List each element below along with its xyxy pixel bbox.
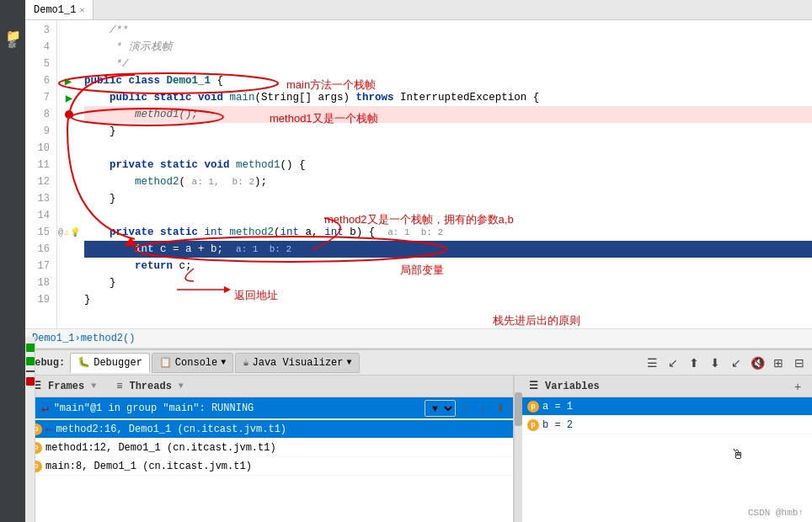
thread-container: ✓ ↵ "main"@1 in group "main": RUNNING ▼ … bbox=[25, 397, 513, 420]
frame-row-method1[interactable]: p method1:12, Demo1_1 (cn.itcast.jvm.t1) bbox=[25, 439, 513, 457]
gutter-line-10 bbox=[57, 140, 81, 157]
frames-scrollbar[interactable] bbox=[514, 376, 522, 522]
gutter-line-6: ▶ bbox=[57, 72, 81, 89]
var-name-b: b = 2 bbox=[542, 419, 573, 431]
debug-tabs-row: Debug: 🐛 Debugger 📋 Console ▼ ☕ Java Vis… bbox=[25, 350, 812, 376]
debug-tab-console[interactable]: 📋 Console ▼ bbox=[152, 353, 233, 373]
gutter-line-9 bbox=[57, 123, 81, 140]
code-content: /** * 演示栈帧 */ public class Demo1_1 { pub… bbox=[81, 20, 812, 328]
debugger-icon: 🐛 bbox=[77, 356, 90, 369]
code-line-18: } bbox=[84, 274, 812, 291]
console-arrow-icon: ▼ bbox=[221, 358, 226, 367]
var-icon-b: p bbox=[527, 419, 539, 431]
code-line-7: public static void main(String[] args) t… bbox=[84, 89, 812, 106]
frame-row-method2[interactable]: p ← method2:16, Demo1_1 (cn.itcast.jvm.t… bbox=[25, 420, 513, 439]
run-icon-6: ▶ bbox=[65, 74, 72, 88]
gutter-line-17 bbox=[57, 258, 81, 274]
frames-arrow-icon: ▼ bbox=[91, 381, 96, 391]
file-tab-demo1[interactable]: Demo1_1 ✕ bbox=[25, 0, 93, 19]
code-line-9: } bbox=[84, 123, 812, 140]
sidebar-icon-file[interactable]: 📁 bbox=[3, 25, 23, 45]
visualizer-tab-label: Java Visualizer bbox=[253, 357, 344, 369]
gutter-line-11 bbox=[57, 157, 81, 173]
debug-btn-up[interactable]: ⬆ bbox=[685, 354, 703, 371]
debug-tab-debugger[interactable]: 🐛 Debugger bbox=[70, 353, 150, 373]
debug-btn-step[interactable]: ↙ bbox=[727, 354, 745, 371]
frame-arrow-method2: ← bbox=[45, 423, 52, 436]
file-tab-close[interactable]: ✕ bbox=[79, 5, 84, 15]
gutter-line-13 bbox=[57, 190, 81, 207]
code-line-4: * 演示栈帧 bbox=[84, 39, 812, 56]
debug-tab-visualizer[interactable]: ☕ Java Visualizer ▼ bbox=[235, 353, 359, 373]
main-container: Demo1_1 ✕ 3 4 5 6 7 8 9 10 11 12 13 14 1… bbox=[25, 0, 812, 522]
file-tab-bar: Demo1_1 ✕ bbox=[25, 0, 812, 20]
gutter-line-7: ▶ bbox=[57, 89, 81, 106]
frames-panel: ☰ Frames ▼ ≡ Threads ▼ ✓ ↵ "main"@1 in g… bbox=[25, 376, 514, 522]
code-line-8: method1(); bbox=[84, 106, 812, 123]
breadcrumb-method: method2() bbox=[81, 333, 136, 344]
thread-filter-btn[interactable]: ⬇ bbox=[493, 401, 508, 416]
debug-body: ☰ Frames ▼ ≡ Threads ▼ ✓ ↵ "main"@1 in g… bbox=[25, 376, 812, 522]
variables-label: Variables bbox=[545, 381, 600, 392]
var-row-a[interactable]: p a = 1 bbox=[522, 397, 812, 416]
debug-btn-down[interactable]: ⬇ bbox=[706, 354, 724, 371]
debug-left-controls bbox=[25, 337, 35, 522]
code-line-3: /** bbox=[84, 22, 812, 39]
thread-up-btn[interactable]: ↑ bbox=[459, 402, 473, 415]
code-line-15: private static int method2(int a, int b)… bbox=[84, 224, 812, 241]
variables-add-btn[interactable]: + bbox=[790, 379, 805, 394]
thread-arrow-icon: ↵ bbox=[41, 401, 48, 415]
gutter-line-3 bbox=[57, 22, 81, 39]
thread-down-btn[interactable]: ↓ bbox=[476, 402, 489, 415]
breadcrumb-separator: › bbox=[74, 333, 80, 344]
debug-toolbar-group: ☰ ↙ ⬆ ⬇ ↙ 🔇 ⊞ ⊟ bbox=[643, 354, 809, 371]
bulb-icon-15: 💡 bbox=[70, 227, 80, 237]
gutter-line-18 bbox=[57, 274, 81, 291]
thread-row-main[interactable]: ✓ ↵ "main"@1 in group "main": RUNNING ▼ … bbox=[25, 397, 513, 419]
debug-btn-mute[interactable]: 🔇 bbox=[748, 354, 767, 371]
debug-stop-btn[interactable] bbox=[26, 377, 35, 386]
breakpoint-8[interactable] bbox=[65, 110, 73, 119]
line-numbers: 3 4 5 6 7 8 9 10 11 12 13 14 15 16 17 18… bbox=[25, 20, 57, 328]
var-row-b[interactable]: p b = 2 bbox=[522, 416, 812, 434]
debug-btn-columns[interactable]: ⊟ bbox=[790, 354, 809, 371]
visualizer-icon: ☕ bbox=[243, 356, 248, 369]
frames-label: Frames bbox=[48, 381, 84, 392]
code-line-14 bbox=[84, 207, 812, 224]
frames-scroll-thumb[interactable] bbox=[515, 392, 522, 426]
code-line-6: public class Demo1_1 { bbox=[84, 72, 812, 89]
frame-label-method2: method2:16, Demo1_1 (cn.itcast.jvm.t1) bbox=[56, 423, 286, 435]
threads-arrow-icon: ▼ bbox=[179, 381, 184, 391]
left-sidebar: 📁 提交 bbox=[0, 0, 25, 522]
debug-pause-btn[interactable] bbox=[26, 370, 35, 372]
variables-panel: ☰ Variables + p a = 1 p b = 2 bbox=[522, 376, 812, 522]
code-line-5: */ bbox=[84, 56, 812, 72]
annotation-icon-15: @ bbox=[58, 228, 63, 237]
debug-step-btn[interactable] bbox=[26, 357, 35, 365]
threads-icon: ≡ bbox=[116, 381, 122, 392]
gutter-line-19 bbox=[57, 291, 81, 308]
variables-header: ☰ Variables + bbox=[522, 376, 812, 397]
debugger-tab-label: Debugger bbox=[93, 357, 142, 369]
gutter-line-12 bbox=[57, 173, 81, 190]
threads-label: Threads bbox=[129, 381, 171, 392]
variables-icon: ☰ bbox=[529, 380, 538, 392]
code-line-17: return c; bbox=[84, 258, 812, 274]
debug-btn-settings[interactable]: ☰ bbox=[643, 354, 661, 371]
debug-panel: Debug: 🐛 Debugger 📋 Console ▼ ☕ Java Vis… bbox=[25, 349, 812, 522]
code-line-16: int c = a + b; a: 1 b: 2 bbox=[84, 241, 812, 258]
frame-label-main: main:8, Demo1_1 (cn.itcast.jvm.t1) bbox=[45, 461, 252, 472]
frame-row-main[interactable]: p main:8, Demo1_1 (cn.itcast.jvm.t1) bbox=[25, 457, 513, 476]
debug-resume-btn[interactable] bbox=[26, 344, 35, 352]
debug-btn-grid[interactable]: ⊞ bbox=[769, 354, 788, 371]
run-icon-7: ▶ bbox=[66, 91, 72, 105]
frames-content: p ← method2:16, Demo1_1 (cn.itcast.jvm.t… bbox=[25, 420, 513, 522]
debug-btn-restore[interactable]: ↙ bbox=[664, 354, 682, 371]
variables-toolbar: + bbox=[790, 379, 805, 394]
breadcrumb-bar: Demo1_1 › method2() bbox=[25, 328, 812, 349]
thread-dropdown[interactable]: ▼ bbox=[425, 400, 456, 417]
gutter-line-15: @ ⚠ 💡 bbox=[57, 224, 81, 241]
gutter-line-16 bbox=[57, 241, 81, 258]
variables-content: p a = 1 p b = 2 bbox=[522, 397, 812, 522]
frame-label-method1: method1:12, Demo1_1 (cn.itcast.jvm.t1) bbox=[45, 442, 276, 454]
